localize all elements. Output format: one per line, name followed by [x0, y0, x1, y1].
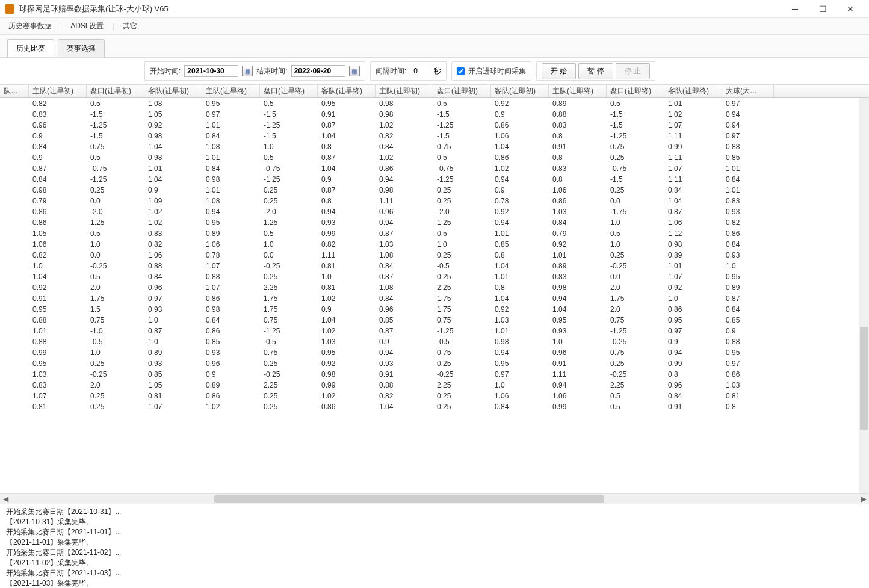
table-cell: 0.5 — [433, 153, 491, 162]
table-cell: 1.01 — [549, 251, 607, 259]
column-header[interactable]: 大球(大… — [722, 85, 774, 97]
table-cell: 0.5 — [87, 99, 144, 108]
table-cell: 1.02 — [144, 208, 202, 216]
start-button[interactable]: 开 始 — [542, 63, 576, 79]
table-row[interactable]: 0.87-0.751.010.84-0.751.040.86-0.751.020… — [0, 163, 869, 174]
start-time-input[interactable] — [184, 65, 238, 77]
table-row[interactable]: 0.86-2.01.020.94-2.00.940.96-2.00.921.03… — [0, 206, 869, 217]
table-row[interactable]: 1.040.50.840.880.251.00.870.251.010.830.… — [0, 271, 869, 282]
table-row[interactable]: 0.991.00.890.930.750.950.940.750.940.960… — [0, 347, 869, 358]
table-row[interactable]: 0.790.01.091.080.250.81.110.250.780.860.… — [0, 196, 869, 206]
table-cell: 0.9 — [202, 370, 260, 379]
close-button[interactable]: ✕ — [837, 0, 864, 18]
vertical-scroll-thumb[interactable] — [860, 327, 868, 430]
table-row[interactable]: 0.832.01.050.892.250.990.882.251.00.942.… — [0, 380, 869, 391]
end-time-input[interactable] — [291, 65, 345, 77]
table-row[interactable]: 0.83-1.51.050.97-1.50.910.98-1.50.90.88-… — [0, 109, 869, 120]
table-row[interactable]: 0.980.250.91.010.250.870.980.250.91.060.… — [0, 185, 869, 196]
table-cell: 0.97 — [722, 132, 774, 140]
table-cell: 0.92 — [491, 208, 549, 216]
scroll-right-icon[interactable]: ▶ — [858, 494, 869, 504]
table-cell: 0.95 — [29, 359, 87, 368]
titlebar: 球探网足球赔率数据采集(让球-大小球) V65 ─ ☐ ✕ — [0, 0, 869, 18]
vertical-scrollbar[interactable] — [859, 98, 869, 493]
table-row[interactable]: 0.88-0.51.00.85-0.51.030.9-0.50.981.0-0.… — [0, 336, 869, 347]
column-header[interactable]: 主队(让即终) — [549, 85, 607, 97]
table-cell: 1.01 — [491, 327, 549, 335]
end-date-picker-icon[interactable]: ▦ — [349, 66, 360, 76]
menu-other[interactable]: 其它 — [120, 20, 140, 32]
table-row[interactable]: 0.911.750.970.861.751.020.841.751.040.94… — [0, 293, 869, 304]
table-row[interactable]: 0.9-1.50.980.84-1.51.040.82-1.51.060.8-1… — [0, 131, 869, 141]
log-panel[interactable]: 开始采集比赛日期【2021-10-31】...【2021-10-31】采集完毕。… — [0, 504, 869, 588]
column-header[interactable]: 主队(让早终) — [202, 85, 260, 97]
date-range-group: 开始时间: ▦ 结束时间: ▦ — [144, 61, 365, 81]
stop-button[interactable]: 停 止 — [616, 63, 650, 79]
table-cell: 0.84 — [664, 392, 722, 400]
table-cell: 1.02 — [318, 327, 376, 335]
table-row[interactable]: 0.950.250.930.960.250.920.930.250.950.91… — [0, 358, 869, 369]
scroll-track[interactable] — [11, 495, 858, 503]
table-row[interactable]: 0.880.751.00.840.751.040.850.751.030.950… — [0, 315, 869, 326]
minimize-button[interactable]: ─ — [781, 0, 809, 18]
column-header[interactable]: 队… — [0, 85, 29, 97]
column-header[interactable]: 客队(让即初) — [491, 85, 549, 97]
table-row[interactable]: 0.810.251.071.020.250.861.040.250.840.99… — [0, 401, 869, 412]
menu-history-data[interactable]: 历史赛事数据 — [6, 20, 54, 32]
menu-adsl[interactable]: ADSL设置 — [68, 20, 106, 32]
table-cell: 0.84 — [722, 240, 774, 249]
table-cell: 0.88 — [29, 316, 87, 324]
column-header[interactable]: 盘口(让早初) — [87, 85, 144, 97]
tab-selection[interactable]: 赛事选择 — [58, 39, 105, 57]
start-date-picker-icon[interactable]: ▦ — [242, 66, 253, 76]
table-cell: 1.11 — [664, 153, 722, 162]
table-row[interactable]: 0.820.51.080.950.50.950.980.50.920.890.5… — [0, 98, 869, 109]
table-row[interactable]: 1.01-1.00.870.86-1.251.020.87-1.251.010.… — [0, 326, 869, 336]
interval-input[interactable] — [410, 66, 430, 76]
scroll-left-icon[interactable]: ◀ — [0, 494, 11, 504]
goal-time-group: 开启进球时间采集 — [451, 61, 531, 81]
table-cell: 1.11 — [549, 370, 607, 379]
table-row[interactable]: 1.061.00.821.061.00.821.031.00.850.921.0… — [0, 239, 869, 250]
table-cell: 0.25 — [260, 359, 318, 368]
table-cell: -0.25 — [260, 262, 318, 270]
table-row[interactable]: 0.90.50.981.010.50.871.020.50.860.80.251… — [0, 152, 869, 163]
column-header[interactable]: 客队(让早终) — [318, 85, 376, 97]
table-row[interactable]: 0.861.251.020.951.250.930.941.250.940.84… — [0, 217, 869, 228]
table-row[interactable]: 0.951.50.930.981.750.90.961.750.921.042.… — [0, 304, 869, 315]
enable-goal-time-checkbox[interactable] — [457, 67, 465, 75]
column-header[interactable]: 盘口(让即终) — [607, 85, 664, 97]
column-header[interactable]: 盘口(让早终) — [260, 85, 318, 97]
maximize-button[interactable]: ☐ — [809, 0, 837, 18]
table-row[interactable]: 0.820.01.060.780.01.111.080.250.81.010.2… — [0, 250, 869, 261]
table-cell: 0.84 — [664, 186, 722, 194]
table-cell: 0.5 — [607, 403, 664, 411]
table-cell: 2.25 — [607, 381, 664, 389]
horizontal-scrollbar[interactable]: ◀ ▶ — [0, 493, 869, 504]
tab-history[interactable]: 历史比赛 — [7, 39, 54, 57]
horizontal-scroll-thumb[interactable] — [214, 495, 604, 503]
table-cell: 0.96 — [376, 208, 433, 216]
table-row[interactable]: 1.03-0.250.850.9-0.250.980.91-0.250.971.… — [0, 369, 869, 380]
table-cell: 0.25 — [433, 251, 491, 259]
column-header[interactable]: 主队(让早初) — [29, 85, 87, 97]
table-cell: 0.84 — [491, 403, 549, 411]
column-header[interactable]: 主队(让即初) — [376, 85, 433, 97]
table-row[interactable]: 1.050.50.830.890.50.990.870.51.010.790.5… — [0, 228, 869, 239]
table-row[interactable]: 0.96-1.250.921.01-1.250.871.02-1.250.860… — [0, 120, 869, 131]
column-header[interactable]: 客队(让即终) — [664, 85, 722, 97]
table-cell: 1.5 — [87, 305, 144, 314]
table-row[interactable]: 0.922.00.961.072.250.811.082.250.80.982.… — [0, 282, 869, 293]
table-row[interactable]: 0.840.751.041.081.00.80.840.751.040.910.… — [0, 141, 869, 152]
pause-button[interactable]: 暂 停 — [578, 63, 613, 79]
column-header[interactable]: 客队(让早初) — [144, 85, 202, 97]
table-row[interactable]: 0.84-1.251.040.98-1.250.90.94-1.250.940.… — [0, 174, 869, 185]
table-cell: -2.0 — [260, 208, 318, 216]
table-cell: 0.96 — [29, 121, 87, 129]
grid-body[interactable]: 0.820.51.080.950.50.950.980.50.920.890.5… — [0, 98, 869, 493]
table-row[interactable]: 1.0-0.250.881.07-0.250.810.84-0.51.040.8… — [0, 261, 869, 271]
column-header[interactable]: 盘口(让即初) — [433, 85, 491, 97]
table-cell: 1.0 — [260, 143, 318, 151]
table-row[interactable]: 1.070.250.810.860.251.020.820.251.061.06… — [0, 391, 869, 401]
table-cell: -1.5 — [433, 132, 491, 140]
